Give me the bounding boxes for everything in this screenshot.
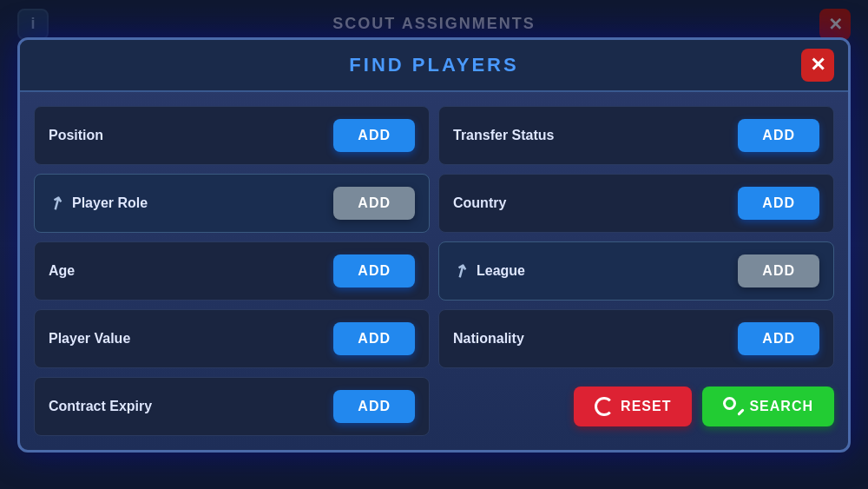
- reset-button[interactable]: RESET: [574, 387, 692, 426]
- filter-label-nationality: Nationality: [453, 331, 524, 347]
- modal-body: Position ADD Transfer Status ADD ↗ Playe…: [20, 92, 848, 450]
- modal-close-button[interactable]: ✕: [801, 49, 834, 82]
- modal-overlay: FIND PLAYERS ✕ Position ADD Transfer Sta…: [0, 0, 868, 489]
- add-player-value-button[interactable]: ADD: [333, 322, 415, 355]
- filter-label-contract-expiry: Contract Expiry: [49, 399, 152, 414]
- filter-label-player-value: Player Value: [49, 331, 130, 347]
- filter-label-player-role: ↗ Player Role: [49, 193, 148, 214]
- filter-row-position: Position ADD: [34, 106, 430, 165]
- filter-row-age: Age ADD: [34, 241, 430, 301]
- screen-background: i SCOUT ASSIGNMENTS ✕ SCOUT ASSIGNMENTS …: [0, 0, 868, 489]
- add-age-button[interactable]: ADD: [333, 254, 415, 287]
- add-transfer-status-button[interactable]: ADD: [738, 119, 819, 152]
- filter-row-league: ↗ League ADD: [438, 241, 834, 301]
- filter-label-transfer-status: Transfer Status: [453, 128, 554, 143]
- filter-row-contract-expiry: Contract Expiry ADD: [34, 377, 430, 436]
- filter-row-nationality: Nationality ADD: [438, 309, 834, 368]
- filter-label-country: Country: [453, 195, 506, 211]
- search-icon: [723, 397, 742, 416]
- filter-row-country: Country ADD: [438, 174, 834, 233]
- find-players-modal: FIND PLAYERS ✕ Position ADD Transfer Sta…: [17, 37, 851, 453]
- player-role-icon: ↗: [44, 190, 68, 215]
- modal-title: FIND PLAYERS: [349, 54, 518, 76]
- add-nationality-button[interactable]: ADD: [738, 322, 819, 355]
- reset-icon: [595, 397, 614, 416]
- filter-label-position: Position: [49, 128, 103, 143]
- add-player-role-button[interactable]: ADD: [333, 187, 415, 220]
- bottom-action-row: RESET SEARCH: [438, 377, 834, 436]
- filter-row-player-value: Player Value ADD: [34, 309, 430, 368]
- add-contract-expiry-button[interactable]: ADD: [333, 390, 415, 423]
- filter-label-age: Age: [49, 263, 75, 279]
- add-country-button[interactable]: ADD: [738, 187, 819, 220]
- search-button[interactable]: SEARCH: [702, 387, 834, 426]
- filter-label-league: ↗ League: [453, 261, 525, 281]
- league-icon: ↗: [449, 258, 472, 283]
- filter-row-transfer-status: Transfer Status ADD: [438, 106, 834, 165]
- filter-row-player-role: ↗ Player Role ADD: [34, 174, 430, 233]
- modal-header: FIND PLAYERS ✕: [20, 40, 848, 92]
- add-position-button[interactable]: ADD: [333, 119, 415, 152]
- add-league-button[interactable]: ADD: [738, 254, 819, 287]
